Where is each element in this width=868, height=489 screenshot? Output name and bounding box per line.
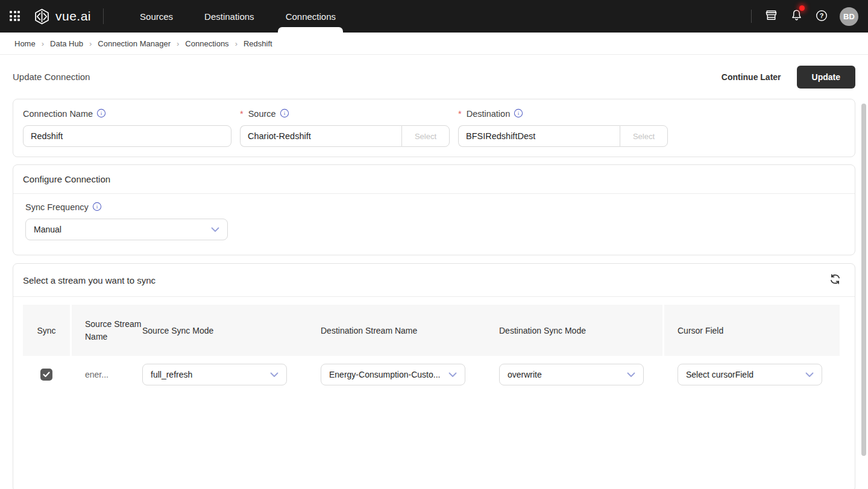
sync-frequency-value: Manual xyxy=(34,225,211,234)
brand-logo[interactable]: vue.ai xyxy=(34,8,91,25)
notifications-button[interactable] xyxy=(790,8,804,24)
required-marker: * xyxy=(458,109,462,119)
stream-sync-card: Select a stream you want to sync Sync So… xyxy=(13,263,855,489)
stream-table-header: Sync Source Stream Name Source Sync Mode… xyxy=(23,305,846,356)
required-marker: * xyxy=(240,109,244,119)
app-grid-icon[interactable] xyxy=(10,11,20,22)
source-label: Source xyxy=(248,109,276,119)
sync-frequency-label-row: Sync Frequency i xyxy=(25,202,845,212)
breadcrumb-connection-manager[interactable]: Connection Manager xyxy=(98,39,171,48)
info-icon[interactable]: i xyxy=(92,202,102,213)
header-sync: Sync xyxy=(37,326,55,335)
source-stream-name-cell: ener... xyxy=(85,369,142,381)
connection-name-label: Connection Name xyxy=(23,109,93,119)
info-icon[interactable]: i xyxy=(280,108,289,120)
destination-stream-name-select[interactable]: Energy-Consumption-Custo... xyxy=(321,364,465,385)
configure-connection-card: Configure Connection Sync Frequency i Ma… xyxy=(13,164,855,255)
page-title: Update Connection xyxy=(13,72,90,82)
info-icon[interactable]: i xyxy=(96,108,106,120)
source-field-group: * Source i Select xyxy=(240,109,450,147)
sync-frequency-label: Sync Frequency xyxy=(25,202,89,212)
source-input[interactable] xyxy=(240,125,401,147)
configure-connection-title: Configure Connection xyxy=(13,165,855,193)
notification-badge xyxy=(799,5,805,11)
breadcrumb-connections[interactable]: Connections xyxy=(185,39,228,48)
page-header: Update Connection Continue Later Update xyxy=(0,55,868,99)
breadcrumb-separator: › xyxy=(42,39,44,48)
destination-label-row: * Destination i xyxy=(458,109,668,119)
vertical-scrollbar[interactable] xyxy=(861,104,866,456)
svg-text:?: ? xyxy=(820,12,824,19)
nav-right-divider xyxy=(751,10,752,23)
cursor-field-select[interactable]: Select cursorField xyxy=(678,364,822,385)
update-button[interactable]: Update xyxy=(797,66,855,89)
source-label-row: * Source i xyxy=(240,109,450,119)
svg-text:i: i xyxy=(283,110,285,116)
nav-item-connections[interactable]: Connections xyxy=(270,0,351,33)
chevron-down-icon xyxy=(448,370,457,379)
nav-divider xyxy=(103,8,104,24)
stream-section-title: Select a stream you want to sync xyxy=(23,275,156,285)
destination-select-button[interactable]: Select xyxy=(620,125,668,147)
sync-checkbox[interactable] xyxy=(40,369,52,381)
breadcrumb-current-redshift: Redshift xyxy=(244,39,272,48)
breadcrumb-home[interactable]: Home xyxy=(14,39,36,48)
top-navbar: vue.ai Sources Destinations Connections xyxy=(0,0,868,33)
stream-table-row: ener... full_refresh Energy-Consumption-… xyxy=(23,364,846,385)
header-cursor-field: Cursor Field xyxy=(678,326,723,335)
refresh-icon xyxy=(829,273,841,287)
checkmark-icon xyxy=(43,369,50,380)
connection-name-input[interactable] xyxy=(23,125,231,147)
source-sync-mode-value: full_refresh xyxy=(151,370,270,379)
header-source-sync-mode: Source Sync Mode xyxy=(142,326,321,335)
nav-item-sources[interactable]: Sources xyxy=(124,0,189,33)
svg-text:i: i xyxy=(101,110,102,116)
destination-sync-mode-value: overwrite xyxy=(508,370,627,379)
destination-field-group: * Destination i Select xyxy=(458,109,668,147)
breadcrumb: Home › Data Hub › Connection Manager › C… xyxy=(0,33,868,55)
breadcrumb-data-hub[interactable]: Data Hub xyxy=(50,39,83,48)
user-avatar[interactable]: BD xyxy=(840,7,858,26)
source-sync-mode-select[interactable]: full_refresh xyxy=(142,364,287,385)
header-destination-sync-mode: Destination Sync Mode xyxy=(499,326,662,335)
destination-input[interactable] xyxy=(458,125,620,147)
chevron-down-icon xyxy=(627,370,635,379)
connection-name-field-group: Connection Name i xyxy=(23,109,231,147)
info-icon[interactable]: i xyxy=(514,108,523,120)
continue-later-button[interactable]: Continue Later xyxy=(722,72,781,82)
refresh-button[interactable] xyxy=(829,273,841,287)
breadcrumb-separator: › xyxy=(89,39,92,48)
chevron-down-icon xyxy=(805,370,814,379)
destination-stream-name-value: Energy-Consumption-Custo... xyxy=(329,370,448,379)
connection-name-label-row: Connection Name i xyxy=(23,109,231,119)
brand-name: vue.ai xyxy=(55,9,91,23)
header-source-stream-name: Source Stream Name xyxy=(85,318,142,343)
breadcrumb-separator: › xyxy=(235,39,237,48)
question-mark-icon: ? xyxy=(815,9,828,24)
destination-sync-mode-select[interactable]: overwrite xyxy=(499,364,644,385)
main-nav: Sources Destinations Connections xyxy=(124,0,351,33)
sync-frequency-select[interactable]: Manual xyxy=(25,219,228,240)
source-select-button[interactable]: Select xyxy=(401,125,450,147)
header-destination-stream-name: Destination Stream Name xyxy=(321,326,499,335)
connection-details-card: Connection Name i * Source i Select xyxy=(13,99,855,157)
stream-table: Sync Source Stream Name Source Sync Mode… xyxy=(13,297,855,385)
help-button[interactable]: ? xyxy=(815,9,828,24)
destination-label: Destination xyxy=(467,109,511,119)
cursor-field-value: Select cursorField xyxy=(686,370,805,379)
breadcrumb-separator: › xyxy=(177,39,179,48)
marketplace-button[interactable] xyxy=(764,8,778,24)
storefront-icon xyxy=(764,8,778,24)
chevron-down-icon xyxy=(211,225,219,234)
chevron-down-icon xyxy=(270,370,278,379)
svg-text:i: i xyxy=(96,204,98,210)
svg-text:i: i xyxy=(518,110,520,116)
nav-item-destinations[interactable]: Destinations xyxy=(189,0,270,33)
vue-ai-logo-icon xyxy=(34,8,50,25)
